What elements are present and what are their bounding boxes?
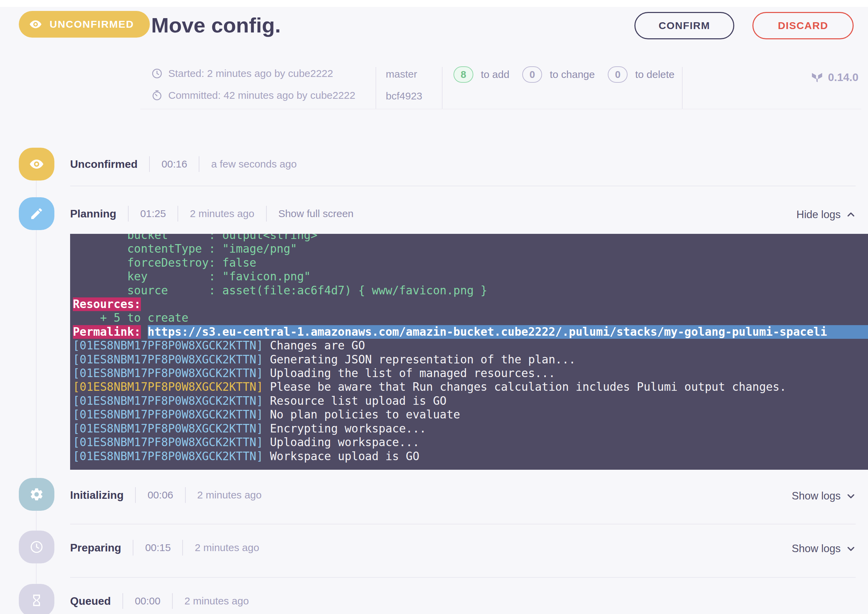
console-text: Workspace upload is GO (263, 450, 419, 463)
console-line: [01ES8NBM17PF8P0W8XGCK2KTTN] Workspace u… (73, 450, 868, 463)
row-divider (185, 487, 186, 503)
stage-row-unconfirmed: Unconfirmed 00:16 a few seconds ago (70, 156, 297, 172)
chevron-down-icon (846, 544, 856, 554)
meta-divider (682, 67, 683, 109)
show-logs-label: Show logs (792, 543, 841, 555)
console-text: bucket : output<string> (73, 234, 317, 242)
chevron-down-icon (846, 491, 856, 501)
stage-label: Queued (70, 595, 111, 608)
console-line: [01ES8NBM17PF8P0W8XGCK2KTTN] Changes are… (73, 339, 868, 352)
row-divider (177, 206, 178, 222)
permalink-url[interactable]: https://s3.eu-central-1.amazonaws.com/am… (148, 325, 868, 339)
stage-duration: 00:06 (148, 489, 173, 501)
stage-icon-preparing (19, 530, 54, 563)
console-line: + 5 to create (73, 311, 868, 325)
console-line: key : "favicon.png" (73, 270, 868, 284)
console-text: Changes are GO (263, 339, 365, 352)
stage-label: Preparing (70, 541, 121, 554)
started-text: Started: 2 minutes ago by cube2222 (168, 68, 333, 79)
stage-row-planning: Planning 01:25 2 minutes ago Show full s… (70, 205, 354, 222)
show-logs-label: Show logs (792, 490, 841, 502)
hourglass-icon (30, 594, 43, 607)
hide-logs-toggle[interactable]: Hide logs (797, 209, 856, 221)
clock-icon (151, 68, 163, 79)
stage-icon-initializing (19, 478, 54, 511)
console-text: Uploading the list of managed resources.… (263, 366, 555, 380)
stage-duration: 01:25 (140, 208, 166, 220)
stage-row-initializing: Initializing 00:06 2 minutes ago (70, 487, 262, 503)
show-fullscreen-link[interactable]: Show full screen (278, 208, 354, 220)
change-counts: 8 to add 0 to change 0 to delete (453, 66, 680, 83)
console-text: [01ES8NBM17PF8P0W8XGCK2KTTN] (73, 450, 263, 463)
pencil-icon (30, 206, 44, 221)
show-logs-toggle[interactable]: Show logs (792, 543, 856, 555)
console-line: contentType : "image/png" (73, 242, 868, 256)
confirm-button[interactable]: CONFIRM (634, 12, 734, 39)
stage-duration: 00:15 (145, 542, 171, 554)
row-divider (172, 593, 173, 609)
console-line: [01ES8NBM17PF8P0W8XGCK2KTTN] Please be a… (73, 380, 868, 394)
run-detail-page: UNCONFIRMED Move config. CONFIRM DISCARD… (0, 0, 868, 614)
to-change-label: to change (550, 69, 595, 80)
console-text: [01ES8NBM17PF8P0W8XGCK2KTTN] (73, 339, 263, 352)
stage-duration: 00:00 (135, 595, 160, 607)
console-text: forceDestroy: false (73, 256, 256, 270)
hide-logs-label: Hide logs (797, 209, 841, 221)
console-text: [01ES8NBM17PF8P0W8XGCK2KTTN] (73, 366, 263, 380)
version-indicator: 0.14.0 (811, 71, 859, 84)
to-add-count: 8 (453, 66, 473, 83)
show-logs-toggle[interactable]: Show logs (792, 490, 856, 502)
to-delete-count: 0 (608, 66, 627, 83)
row-divider (135, 487, 136, 503)
row-divider (128, 206, 129, 222)
to-change-count: 0 (522, 66, 542, 83)
stopwatch-icon (151, 90, 163, 101)
stage-icon-planning (19, 197, 54, 230)
stage-timestamp: 2 minutes ago (195, 542, 259, 554)
meta-divider (376, 67, 376, 109)
console-line: [01ES8NBM17PF8P0W8XGCK2KTTN] No plan pol… (73, 408, 868, 422)
console-text (141, 325, 148, 339)
gear-icon (29, 487, 44, 502)
meta-divider (442, 67, 443, 109)
console-text: Permalink: (73, 325, 141, 339)
stage-icon-queued (19, 584, 54, 614)
eye-icon (29, 18, 42, 31)
stage-row-preparing: Preparing 00:15 2 minutes ago (70, 540, 259, 556)
console-line: source : asset(file:ac6f4d7) { www/favic… (73, 284, 868, 298)
console-text: [01ES8NBM17PF8P0W8XGCK2KTTN] (73, 353, 263, 366)
row-divider (149, 156, 150, 172)
to-add-label: to add (481, 69, 509, 80)
status-badge: UNCONFIRMED (19, 11, 150, 37)
stage-label: Unconfirmed (70, 158, 138, 171)
console-text: [01ES8NBM17PF8P0W8XGCK2KTTN] (73, 408, 263, 422)
branch-name: master (386, 68, 417, 80)
console-text: Resources: (73, 298, 141, 311)
discard-button[interactable]: DISCARD (752, 12, 854, 39)
console-text: source : asset(file:ac6f4d7) { www/favic… (73, 284, 488, 298)
row-separator (70, 186, 856, 186)
commit-sha: bcf4923 (386, 90, 422, 102)
console-line: [01ES8NBM17PF8P0W8XGCK2KTTN] Resource li… (73, 394, 868, 408)
console-text: Generating JSON representation of the pl… (263, 353, 576, 366)
console-text: [01ES8NBM17PF8P0W8XGCK2KTTN] (73, 394, 263, 408)
log-console[interactable]: bucket : output<string> contentType : "i… (70, 234, 868, 470)
version-number: 0.14.0 (828, 71, 859, 84)
console-line: Permalink: https://s3.eu-central-1.amazo… (73, 325, 868, 339)
clock-icon (30, 540, 44, 554)
started-meta: Started: 2 minutes ago by cube2222 (151, 68, 333, 79)
committed-text: Committed: 42 minutes ago by cube2222 (168, 90, 356, 101)
stage-timestamp: a few seconds ago (211, 158, 297, 170)
stage-icon-unconfirmed (19, 148, 54, 180)
console-text: Encrypting workspace... (263, 422, 426, 436)
stage-row-queued: Queued 00:00 2 minutes ago (70, 593, 249, 609)
row-divider (123, 593, 123, 609)
page-title: Move config. (151, 13, 281, 37)
row-divider (266, 206, 267, 222)
console-line: bucket : output<string> (73, 234, 868, 242)
console-text: [01ES8NBM17PF8P0W8XGCK2KTTN] (73, 436, 263, 449)
console-line: [01ES8NBM17PF8P0W8XGCK2KTTN] Encrypting … (73, 422, 868, 436)
stage-duration: 00:16 (161, 158, 187, 170)
stage-timestamp: 2 minutes ago (190, 208, 254, 220)
console-line: Resources: (73, 298, 868, 311)
